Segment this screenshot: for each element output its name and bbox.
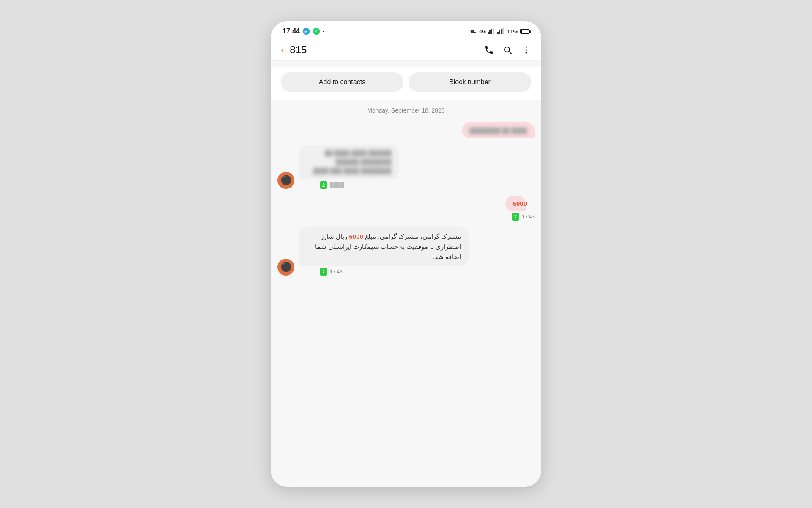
msg-meta-3: 2 17:43 bbox=[505, 213, 535, 221]
nav-left: ‹ 815 bbox=[281, 44, 307, 56]
svg-rect-10 bbox=[502, 28, 504, 34]
add-to-contacts-button[interactable]: Add to contacts bbox=[281, 72, 403, 92]
more-options-button[interactable] bbox=[521, 45, 531, 55]
back-button[interactable]: ‹ bbox=[281, 44, 284, 55]
call-button[interactable] bbox=[484, 45, 494, 55]
blurred-text-2: ██████ ████ ████ ██ ████████ ███████████… bbox=[306, 149, 392, 175]
action-buttons: Add to contacts Block number bbox=[271, 67, 541, 100]
search-button[interactable] bbox=[502, 45, 513, 55]
signal-bars-2 bbox=[497, 28, 505, 34]
svg-text:✓: ✓ bbox=[314, 30, 317, 33]
svg-rect-8 bbox=[499, 30, 500, 34]
msg-meta-4: 2 17:43 bbox=[299, 268, 535, 276]
amount-highlight-4: 5000 bbox=[349, 233, 363, 240]
status-icons: 4G 11% bbox=[470, 28, 529, 35]
msg-time-2: ████ bbox=[330, 182, 344, 188]
message-3: 5000 2 17:43 bbox=[277, 196, 535, 221]
svg-rect-3 bbox=[488, 32, 489, 34]
date-separator: Monday, September 18, 2023 bbox=[271, 100, 541, 122]
svg-point-13 bbox=[526, 52, 527, 54]
app-icon-2: ✓ bbox=[313, 28, 320, 35]
key-icon bbox=[470, 28, 477, 35]
msg-badge-2: 2 bbox=[320, 181, 327, 189]
avatar-4: ⚫ bbox=[277, 259, 294, 276]
telegram-icon bbox=[302, 28, 310, 35]
block-number-button[interactable]: Block number bbox=[409, 72, 531, 92]
messages-area: ████████ ██ ████ ⚫ ██████ ████ ████ ██ █… bbox=[271, 122, 541, 276]
battery-icon bbox=[520, 29, 529, 34]
signal-bars bbox=[488, 28, 495, 34]
msg-time-3: 17:43 bbox=[522, 214, 535, 220]
contact-name: 815 bbox=[290, 44, 307, 56]
phone-frame: 17:44 ✓ • 4G 11% ‹ 8 bbox=[271, 21, 541, 487]
received-bubble-4: مشترک گرامی، مشترک گرامی، مبلغ 5000 ریال… bbox=[299, 227, 469, 266]
user-icon-4: ⚫ bbox=[280, 262, 292, 273]
network-type: 4G bbox=[479, 29, 486, 34]
blurred-text-1: ████████ ██ ████ bbox=[469, 127, 527, 134]
svg-rect-4 bbox=[489, 30, 491, 34]
svg-rect-6 bbox=[493, 28, 494, 34]
status-bar: 17:44 ✓ • 4G 11% bbox=[271, 21, 541, 40]
svg-rect-5 bbox=[491, 29, 492, 34]
battery-percent: 11% bbox=[507, 28, 518, 35]
nav-bar: ‹ 815 bbox=[271, 40, 541, 61]
svg-rect-7 bbox=[497, 32, 499, 34]
message-4: ⚫ مشترک گرامی، مشترک گرامی، مبلغ 5000 ری… bbox=[277, 227, 535, 276]
status-dot: • bbox=[323, 30, 324, 33]
msg-text-4: مشترک گرامی، مشترک گرامی، مبلغ 5000 ریال… bbox=[315, 233, 461, 260]
user-icon-2: ⚫ bbox=[280, 175, 292, 186]
nav-right bbox=[484, 45, 531, 55]
time-display: 17:44 bbox=[283, 28, 300, 35]
sent-bubble-1: ████████ ██ ████ bbox=[462, 122, 535, 138]
status-time: 17:44 ✓ • bbox=[283, 28, 324, 35]
msg-badge-4: 2 bbox=[320, 268, 327, 276]
message-2: ⚫ ██████ ████ ████ ██ ████████ █████████… bbox=[277, 145, 535, 189]
msg-badge-3: 2 bbox=[512, 213, 519, 221]
msg-time-4: 17:43 bbox=[330, 269, 343, 275]
message-1: ████████ ██ ████ bbox=[277, 122, 535, 138]
avatar-2: ⚫ bbox=[277, 172, 294, 189]
received-bubble-2: ██████ ████ ████ ██ ████████ ███████████… bbox=[299, 145, 399, 179]
svg-point-11 bbox=[526, 47, 527, 48]
sent-bubble-3: 5000 bbox=[505, 196, 526, 211]
amount-3: 5000 bbox=[513, 200, 527, 207]
msg-meta-2: 2 ████ bbox=[299, 181, 438, 189]
content-area: Add to contacts Block number Monday, Sep… bbox=[271, 61, 541, 487]
svg-point-12 bbox=[526, 50, 527, 51]
svg-rect-9 bbox=[501, 29, 502, 34]
